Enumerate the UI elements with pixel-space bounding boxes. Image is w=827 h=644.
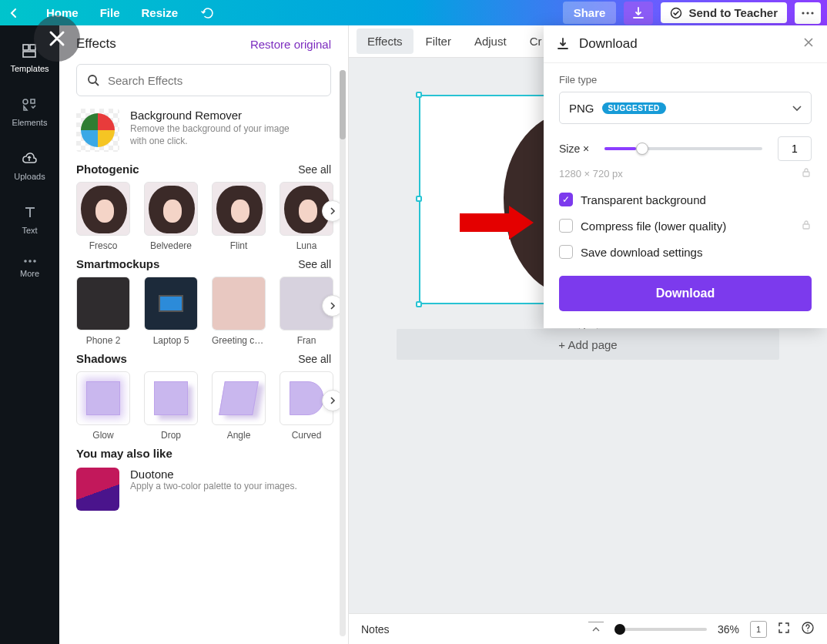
duotone-icon (76, 468, 119, 511)
upload-icon (21, 150, 38, 167)
chevron-right-icon (329, 207, 336, 215)
page-indicator[interactable]: 1 (750, 621, 767, 638)
svg-rect-13 (803, 224, 809, 229)
elements-icon (21, 96, 38, 113)
photogenic-item[interactable]: Flint (212, 182, 266, 251)
top-bar: Home File Resize Share Send to Teacher (0, 0, 827, 25)
size-slider[interactable] (604, 147, 762, 150)
download-popover: Download File type PNG SUGGESTED Size (544, 25, 827, 328)
chevron-right-icon (329, 302, 336, 310)
restore-original-button[interactable]: Restore original (250, 38, 331, 51)
sidenav-uploads-label: Uploads (14, 172, 45, 181)
dimensions-label: 1280 × 720 px (559, 168, 623, 179)
tab-adjust[interactable]: Adjust (464, 29, 517, 54)
add-page-button[interactable]: + Add page (397, 329, 779, 360)
lock-icon (801, 167, 812, 180)
sidenav-elements-label: Elements (12, 118, 48, 127)
save-settings-checkbox[interactable]: Save download settings (559, 245, 812, 259)
see-all-shadows[interactable]: See all (298, 353, 331, 365)
duotone-item[interactable]: Duotone Apply a two-color palette to you… (76, 468, 331, 511)
file-type-select[interactable]: PNG SUGGESTED (559, 92, 812, 124)
collapse-button[interactable] (588, 622, 604, 637)
ellipsis-icon (802, 12, 814, 15)
file-type-value: PNG (569, 102, 594, 115)
back-icon[interactable] (6, 5, 22, 21)
close-panel-button[interactable] (34, 15, 80, 62)
sidenav-more-label: More (20, 269, 39, 278)
effects-panel: Effects Restore original Background Remo… (59, 25, 349, 644)
zoom-slider[interactable] (614, 628, 707, 631)
bg-remover-title: Background Remover (130, 109, 307, 122)
tab-filter[interactable]: Filter (415, 29, 462, 54)
zoom-value[interactable]: 36% (718, 623, 739, 636)
file-button[interactable]: File (100, 6, 120, 19)
bg-remover-icon (76, 109, 119, 152)
suggested-badge: SUGGESTED (602, 102, 666, 114)
transparent-checkbox[interactable]: ✓ Transparent background (559, 193, 812, 206)
section-shadows: Shadows (76, 352, 127, 365)
download-button[interactable]: Download (559, 276, 812, 311)
shadows-item[interactable]: Glow (76, 371, 130, 441)
send-label: Send to Teacher (688, 6, 778, 19)
sidenav: Templates Elements Uploads Text More (0, 25, 59, 644)
resize-button[interactable]: Resize (142, 6, 179, 19)
expand-icon (778, 622, 790, 634)
sidenav-uploads[interactable]: Uploads (14, 150, 45, 181)
close-icon (802, 36, 815, 49)
share-button[interactable]: Share (563, 2, 617, 24)
see-all-photogenic[interactable]: See all (298, 163, 331, 176)
sidenav-text[interactable]: Text (22, 204, 39, 235)
search-effects[interactable] (76, 64, 331, 96)
lock-icon (801, 220, 812, 233)
sidenav-templates-label: Templates (10, 64, 49, 73)
duotone-title: Duotone (130, 468, 297, 481)
main-area: Effects Filter Adjust Cr + Add page (349, 25, 827, 644)
download-title: Download (579, 36, 638, 52)
transparent-label: Transparent background (581, 193, 706, 206)
undo-icon[interactable] (199, 5, 215, 21)
see-all-smartmockups[interactable]: See all (298, 258, 331, 270)
size-label: Size × (559, 143, 589, 155)
svg-point-1 (802, 12, 804, 14)
tab-effects[interactable]: Effects (357, 29, 414, 54)
svg-point-10 (33, 260, 36, 263)
compress-label: Compress file (lower quality) (581, 220, 726, 233)
svg-rect-4 (23, 45, 28, 50)
bottom-bar: Notes 36% 1 (349, 613, 827, 644)
notes-button[interactable]: Notes (361, 623, 390, 636)
search-input[interactable] (108, 74, 321, 87)
compress-checkbox[interactable]: Compress file (lower quality) (559, 219, 812, 233)
smartmockups-item[interactable]: Greeting car... (212, 277, 266, 346)
chevron-down-icon (792, 101, 802, 115)
annotation-arrow (460, 206, 534, 240)
sidenav-elements[interactable]: Elements (12, 96, 48, 127)
help-button[interactable] (801, 621, 815, 637)
search-icon (86, 73, 100, 87)
svg-rect-6 (23, 52, 35, 57)
download-top-button[interactable] (624, 2, 653, 25)
background-remover[interactable]: Background Remover Remove the background… (76, 109, 331, 152)
sidenav-text-label: Text (22, 226, 37, 235)
download-close-button[interactable] (802, 36, 815, 52)
photogenic-item[interactable]: Belvedere (144, 182, 198, 251)
photogenic-item[interactable]: Fresco (76, 182, 130, 251)
shadows-item[interactable]: Drop (144, 371, 198, 441)
save-settings-label: Save download settings (581, 246, 702, 259)
close-icon (46, 28, 68, 49)
expand-button[interactable] (778, 622, 790, 636)
checkbox-icon (559, 245, 573, 259)
smartmockups-item[interactable]: Laptop 5 (144, 277, 198, 346)
size-value[interactable]: 1 (778, 136, 812, 161)
sidenav-more[interactable]: More (20, 258, 39, 278)
bg-remover-desc: Remove the background of your image with… (130, 123, 307, 147)
panel-title: Effects (76, 36, 116, 52)
more-top-button[interactable] (795, 2, 821, 24)
panel-scrollbar[interactable] (337, 62, 348, 644)
send-to-teacher-button[interactable]: Send to Teacher (661, 2, 787, 23)
svg-point-8 (24, 260, 27, 263)
svg-point-11 (89, 75, 96, 83)
shadows-item[interactable]: Angle (212, 371, 266, 441)
smartmockups-item[interactable]: Phone 2 (76, 277, 130, 346)
svg-rect-12 (803, 172, 809, 176)
checkbox-icon (559, 219, 573, 233)
